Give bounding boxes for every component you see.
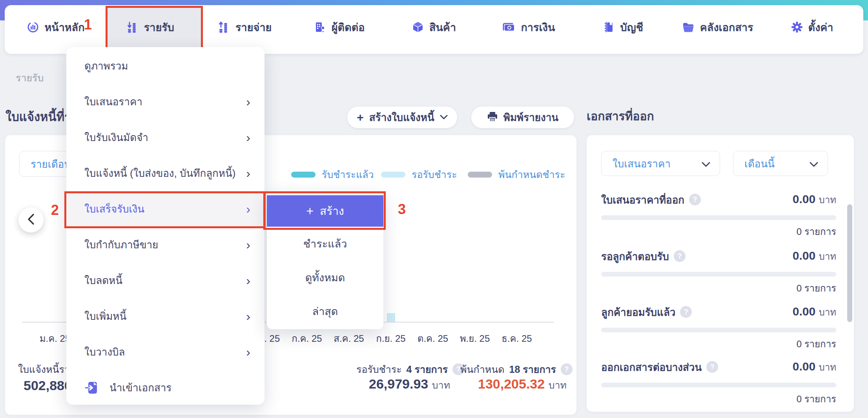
progress-bar xyxy=(601,328,836,332)
carousel-prev-button[interactable] xyxy=(18,207,44,233)
doc-row-awaiting: รอลูกค้าตอบรับ ? 0.00 บาท 0 รายการ xyxy=(601,249,836,263)
menu-item-quotation[interactable]: ใบเสนอราคา› xyxy=(66,84,264,119)
document-type-value: ใบเสนอราคา xyxy=(613,156,671,172)
create-invoice-label: สร้างใบแจ้งหนี้ xyxy=(369,109,434,125)
page: หน้าหลัก รายรับ รายจ่าย ผู้ติดต่อ สินค้า… xyxy=(0,0,868,418)
pending-stat-value: 26,979.93 บาท xyxy=(369,376,450,393)
products-icon xyxy=(412,21,424,33)
chevron-down-icon xyxy=(810,158,818,170)
expense-icon xyxy=(218,21,230,33)
print-report-label: พิมพ์รายงาน xyxy=(503,109,558,125)
nav-item-finance[interactable]: การเงิน xyxy=(481,5,576,49)
chevron-right-icon: › xyxy=(246,274,250,287)
income-dropdown-menu: ดูภาพรวม ใบเสนอราคา› ใบรับเงินมัดจำ› ใบแ… xyxy=(66,47,264,405)
pending-legend-label: รอรับชำระ xyxy=(412,167,457,182)
menu-item-deposit-receipt[interactable]: ใบรับเงินมัดจำ› xyxy=(66,119,264,155)
nav-label-settings: ตั้งค่า xyxy=(808,19,833,36)
nav-item-contacts[interactable]: ผู้ติดต่อ xyxy=(292,5,387,49)
row-count: 0 รายการ xyxy=(797,336,836,352)
chevron-down-icon xyxy=(702,158,710,170)
period-filter-label: รายเดือน xyxy=(31,156,71,172)
finance-icon xyxy=(502,21,515,33)
print-report-button[interactable]: พิมพ์รายงาน xyxy=(471,106,574,128)
nav-label-expense: รายจ่าย xyxy=(235,19,272,36)
legend-item-pending: รอรับชำระ xyxy=(381,167,457,182)
menu-item-debit-note[interactable]: ใบเพิ่มหนี้› xyxy=(66,298,264,334)
document-period-value: เดือนนี้ xyxy=(744,156,775,172)
main-navbar: หน้าหลัก รายรับ รายจ่าย ผู้ติดต่อ สินค้า… xyxy=(5,5,863,54)
contacts-icon xyxy=(314,21,326,33)
row-count: 0 รายการ xyxy=(797,391,836,407)
chevron-right-icon: › xyxy=(246,131,250,144)
breadcrumb[interactable]: รายรับ xyxy=(16,70,44,86)
chevron-right-icon: › xyxy=(246,203,250,215)
issued-documents-title: เอกสารที่ออก xyxy=(587,107,654,125)
pending-stat-label: รอรับชำระ4 รายการ? xyxy=(356,361,464,377)
help-icon[interactable]: ? xyxy=(706,361,718,373)
overdue-legend-label: พ้นกำหนดชำระ xyxy=(498,167,565,182)
chevron-left-icon xyxy=(27,213,35,227)
menu-item-receipt[interactable]: ใบเสร็จรับเงิน› xyxy=(66,191,264,227)
row-count: 0 รายการ xyxy=(797,224,836,239)
chevron-right-icon: › xyxy=(246,310,250,323)
nav-item-products[interactable]: สินค้า xyxy=(387,5,481,49)
total-invoice-stat-value: 502,886 xyxy=(24,378,72,393)
doc-row-partial: ออกเอกสารต่อบางส่วน ? 0.00 บาท 0 รายการ xyxy=(601,360,836,374)
chevron-right-icon: › xyxy=(246,238,250,251)
overdue-stat-label: พ้นกำหนด18 รายการ? xyxy=(460,361,573,377)
doc-row-issued: ใบเสนอราคาที่ออก ? 0.00 บาท 0 รายการ xyxy=(601,192,836,207)
chevron-right-icon: › xyxy=(246,346,250,358)
nav-label-finance: การเงิน xyxy=(521,19,555,36)
scrollbar-thumb[interactable] xyxy=(847,204,852,322)
nav-item-settings[interactable]: ตั้งค่า xyxy=(765,5,859,49)
nav-item-accounting[interactable]: บัญชี xyxy=(576,5,670,49)
progress-bar xyxy=(601,383,836,387)
settings-icon xyxy=(791,21,803,33)
annotation-step-2: 2 xyxy=(51,202,59,218)
create-invoice-button[interactable]: + สร้างใบแจ้งหนี้ xyxy=(347,106,458,128)
help-icon[interactable]: ? xyxy=(561,363,573,375)
plus-icon: + xyxy=(306,205,314,217)
pending-legend-swatch xyxy=(381,172,405,178)
nav-label-contacts: ผู้ติดต่อ xyxy=(332,19,365,36)
chevron-right-icon: › xyxy=(246,167,250,180)
submenu-item-view-all[interactable]: ดูทั้งหมด xyxy=(267,260,383,294)
chevron-right-icon: › xyxy=(246,95,250,108)
menu-item-overview[interactable]: ดูภาพรวม xyxy=(66,48,264,84)
submenu-item-latest[interactable]: ล่าสุด xyxy=(267,294,383,328)
import-document-icon xyxy=(84,380,99,395)
menu-item-invoice[interactable]: ใบแจ้งหนี้ (ใบส่งของ, บันทึกลูกหนี้)› xyxy=(66,155,264,191)
submenu-item-paid[interactable]: ชำระแล้ว xyxy=(267,227,383,260)
document-type-select[interactable]: ใบเสนอราคา xyxy=(601,151,720,176)
document-period-select[interactable]: เดือนนี้ xyxy=(733,151,828,176)
progress-bar xyxy=(601,272,836,277)
menu-item-credit-note[interactable]: ใบลดหนี้› xyxy=(66,262,264,298)
submenu-create-label: สร้าง xyxy=(320,202,344,220)
nav-item-expense[interactable]: รายจ่าย xyxy=(198,5,292,49)
help-icon[interactable]: ? xyxy=(680,306,692,318)
menu-item-billing-note[interactable]: ใบวางบิล› xyxy=(66,334,264,370)
dashboard-icon xyxy=(27,21,39,33)
nav-item-income[interactable]: รายรับ xyxy=(103,5,198,49)
nav-label-products: สินค้า xyxy=(429,19,456,36)
overdue-stat-value: 130,205.32 บาท xyxy=(478,376,567,393)
legend-item-overdue: พ้นกำหนดชำระ xyxy=(468,167,565,182)
doc-row-accepted: ลูกค้ายอมรับแล้ว ? 0.00 บาท 0 รายการ xyxy=(601,305,836,319)
overdue-legend-swatch xyxy=(468,172,492,178)
submenu-create-button[interactable]: + สร้าง xyxy=(267,195,383,227)
help-icon[interactable]: ? xyxy=(689,194,701,205)
legend-item-paid: รับชำระแล้ว xyxy=(291,167,374,182)
accounting-icon xyxy=(603,21,615,33)
nav-label-home: หน้าหลัก xyxy=(44,19,84,36)
plus-icon: + xyxy=(357,112,364,123)
documents-icon xyxy=(682,21,695,33)
chart-bar-sep xyxy=(387,313,395,322)
menu-item-tax-invoice[interactable]: ใบกำกับภาษีขาย› xyxy=(66,227,264,262)
x-tick-aug: ส.ค. 25 xyxy=(331,331,367,346)
nav-item-documents[interactable]: คลังเอกสาร xyxy=(670,5,765,49)
x-tick-jul: ก.ค. 25 xyxy=(289,331,325,346)
annotation-step-1: 1 xyxy=(84,16,92,33)
receipt-submenu: + สร้าง ชำระแล้ว ดูทั้งหมด ล่าสุด xyxy=(267,192,383,329)
menu-item-import-documents[interactable]: นำเข้าเอกสาร xyxy=(66,370,264,405)
help-icon[interactable]: ? xyxy=(674,250,686,262)
